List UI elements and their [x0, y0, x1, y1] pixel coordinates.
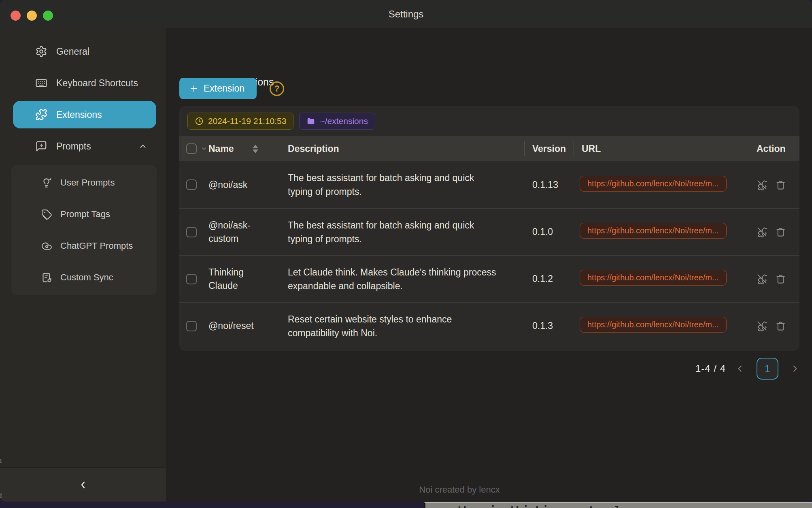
clock-icon — [195, 117, 204, 126]
sidebar-item-label: Prompt Tags — [60, 209, 110, 220]
main-content: Settings / Extensions Extension ? — [166, 28, 812, 502]
column-header-name: Name — [208, 143, 234, 154]
extension-url-link[interactable]: https://github.com/lencx/Noi/tree/m... — [580, 270, 727, 286]
extensions-directory-badge[interactable]: ~/extensions — [299, 113, 375, 130]
row-checkbox[interactable] — [186, 274, 197, 284]
toolbar: Extension ? — [179, 78, 284, 99]
message-zap-icon — [35, 140, 47, 152]
chevron-up-icon[interactable] — [138, 142, 147, 151]
extension-description: The best assistant for batch asking and … — [288, 171, 514, 199]
sidebar-item-general[interactable]: General — [13, 36, 156, 67]
extension-url-link[interactable]: https://github.com/lencx/Noi/tree/m... — [580, 223, 727, 239]
sidebar-item-prompt-tags[interactable]: Prompt Tags — [11, 199, 157, 230]
disable-extension-icon[interactable] — [757, 320, 767, 331]
background-window-text: <anthropic_thinking_protocol> — [437, 504, 812, 508]
add-extension-button[interactable]: Extension — [179, 78, 257, 99]
pagination-range: 1-4 / 4 — [695, 363, 726, 374]
titlebar: Settings — [0, 0, 812, 28]
sidebar-footer — [0, 467, 166, 502]
row-checkbox[interactable] — [186, 321, 197, 331]
extensions-panel: 2024-11-19 21:10:53 ~/extensions — [179, 106, 799, 351]
extension-version: 0.1.0 — [524, 226, 574, 237]
extension-description: Reset certain website styles to enhance … — [288, 312, 514, 340]
sidebar-item-label: Custom Sync — [60, 272, 113, 283]
directory-value: ~/extensions — [320, 116, 368, 126]
timestamp-value: 2024-11-19 21:10:53 — [208, 116, 286, 126]
sidebar-item-prompts[interactable]: Prompts — [13, 130, 156, 162]
folder-icon — [306, 117, 315, 126]
sidebar-item-custom-sync[interactable]: Custom Sync — [11, 262, 157, 293]
background-text-fragment: a — [0, 457, 2, 465]
table-row: @noi/ask The best assistant for batch as… — [179, 161, 799, 208]
disable-extension-icon[interactable] — [757, 226, 767, 237]
disable-extension-icon[interactable] — [757, 273, 767, 284]
table-row: @noi/ask- custom The best assistant for … — [179, 208, 799, 255]
help-button[interactable]: ? — [270, 81, 284, 96]
table-row: @noi/reset Reset certain website styles … — [179, 302, 799, 349]
extension-url-link[interactable]: https://github.com/lencx/Noi/tree/m... — [580, 317, 727, 333]
chevron-down-icon[interactable] — [201, 145, 207, 152]
column-header-version: Version — [532, 143, 566, 154]
lightbulb-sparkle-icon — [41, 177, 52, 188]
sidebar-item-label: ChatGPT Prompts — [60, 241, 133, 251]
next-page-icon[interactable] — [791, 364, 799, 373]
extension-version: 0.1.13 — [524, 179, 574, 190]
timestamp-badge: 2024-11-19 21:10:53 — [187, 113, 293, 130]
add-extension-label: Extension — [204, 83, 244, 94]
column-header-action: Action — [757, 143, 786, 154]
keyboard-icon — [35, 77, 47, 89]
extension-version: 0.1.2 — [524, 273, 574, 284]
question-mark-icon: ? — [274, 83, 279, 94]
pagination: 1-4 / 4 1 — [695, 357, 799, 380]
prompts-submenu: User Prompts Prompt Tags ChatGPT Prompts — [11, 165, 157, 295]
extension-name: Thinking Claude — [208, 266, 288, 292]
sidebar-item-keyboard-shortcuts[interactable]: Keyboard Shortcuts — [13, 67, 156, 99]
sidebar-item-label: User Prompts — [60, 177, 115, 188]
gear-icon — [35, 45, 47, 58]
footer-credit: Noi created by lencx — [166, 485, 753, 495]
puzzle-icon — [35, 109, 47, 121]
sidebar-item-extensions[interactable]: Extensions — [13, 101, 156, 128]
sidebar-item-label: Extensions — [56, 109, 102, 120]
desktop: a d Settings General — [0, 0, 812, 508]
column-header-description: Description — [288, 143, 339, 154]
page-number-button[interactable]: 1 — [757, 358, 778, 380]
sidebar-item-label: Keyboard Shortcuts — [56, 78, 138, 89]
plus-icon — [189, 84, 199, 94]
sidebar: General Keyboard Shortcuts Extensions — [0, 28, 166, 502]
sort-name-button[interactable] — [253, 145, 258, 153]
tags-icon — [41, 209, 52, 220]
select-all-checkbox[interactable] — [186, 143, 197, 154]
extension-description: The best assistant for batch asking and … — [288, 218, 514, 246]
column-header-url: URL — [582, 143, 601, 154]
sidebar-item-label: General — [56, 46, 89, 57]
row-checkbox[interactable] — [186, 227, 197, 237]
background-window-fragment: <anthropic_thinking_protocol> — [424, 502, 812, 508]
extension-name: @noi/reset — [208, 319, 288, 333]
delete-extension-icon[interactable] — [775, 273, 786, 284]
sidebar-item-label: Prompts — [56, 141, 91, 152]
table-row: Thinking Claude Let Claude think. Makes … — [179, 255, 799, 302]
sidebar-item-user-prompts[interactable]: User Prompts — [11, 167, 157, 199]
previous-page-icon[interactable] — [735, 364, 744, 373]
extension-url-link[interactable]: https://github.com/lencx/Noi/tree/m... — [580, 176, 727, 192]
settings-window: Settings General Keyboard Shortcuts — [0, 0, 812, 502]
delete-extension-icon[interactable] — [775, 320, 786, 331]
disable-extension-icon[interactable] — [757, 179, 767, 190]
row-checkbox[interactable] — [186, 179, 197, 190]
file-sync-icon — [41, 272, 52, 283]
background-text-fragment: d — [0, 492, 2, 500]
sidebar-item-chatgpt-prompts[interactable]: ChatGPT Prompts — [11, 230, 157, 262]
extension-name: @noi/ask- custom — [208, 219, 288, 245]
table-header: Name Description Version URL Action — [179, 136, 799, 161]
extension-name: @noi/ask — [208, 178, 288, 192]
meta-badges: 2024-11-19 21:10:53 ~/extensions — [179, 106, 799, 136]
extension-version: 0.1.3 — [524, 320, 574, 331]
delete-extension-icon[interactable] — [775, 179, 786, 190]
cloud-icon — [41, 241, 52, 252]
window-title: Settings — [0, 0, 812, 28]
delete-extension-icon[interactable] — [775, 226, 786, 237]
collapse-sidebar-button[interactable] — [77, 479, 89, 491]
extension-description: Let Claude think. Makes Claude's thinkin… — [288, 265, 514, 293]
